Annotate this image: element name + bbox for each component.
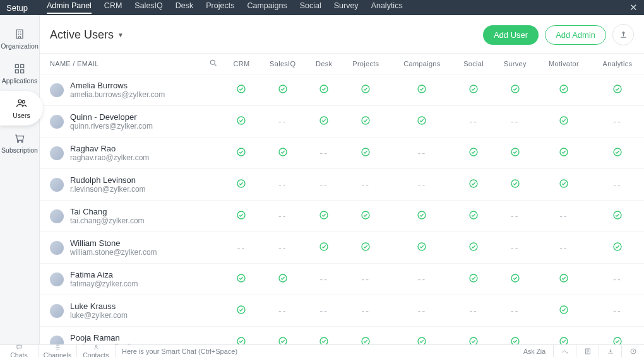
perm-cell[interactable]: --: [307, 138, 342, 169]
add-admin-button[interactable]: Add Admin: [545, 25, 606, 45]
perm-cell[interactable]: --: [537, 232, 591, 264]
perm-cell[interactable]: [342, 232, 390, 264]
perm-cell[interactable]: [390, 232, 454, 264]
bb-icon-3[interactable]: [599, 345, 621, 358]
perm-cell[interactable]: [454, 74, 494, 106]
perm-cell[interactable]: --: [591, 106, 644, 138]
perm-cell[interactable]: --: [591, 295, 644, 327]
table-row[interactable]: Raghav Raoraghav.rao@zylker.com----: [40, 138, 644, 169]
chats-tab[interactable]: Chats: [0, 344, 38, 358]
perm-cell[interactable]: [454, 264, 494, 295]
perm-cell[interactable]: [493, 169, 537, 201]
top-nav-item[interactable]: Social: [300, 1, 321, 14]
top-nav-item[interactable]: CRM: [104, 1, 122, 14]
perm-cell[interactable]: [224, 327, 258, 345]
perm-cell[interactable]: --: [493, 201, 537, 232]
perm-cell[interactable]: [591, 74, 644, 106]
perm-cell[interactable]: [307, 232, 342, 264]
perm-cell[interactable]: [537, 295, 591, 327]
perm-cell[interactable]: --: [259, 232, 307, 264]
perm-cell[interactable]: --: [224, 232, 258, 264]
perm-cell[interactable]: [307, 327, 342, 345]
table-row[interactable]: William Stonewilliam.stone@zylker.com---…: [40, 232, 644, 264]
perm-cell[interactable]: [537, 138, 591, 169]
perm-cell[interactable]: [493, 138, 537, 169]
perm-cell[interactable]: [591, 232, 644, 264]
perm-cell[interactable]: [224, 138, 258, 169]
perm-cell[interactable]: [342, 201, 390, 232]
perm-cell[interactable]: [390, 106, 454, 138]
table-row[interactable]: Pooja Ramanpooja.raman@zylker.com: [40, 327, 644, 345]
export-button[interactable]: [612, 24, 634, 45]
perm-cell[interactable]: --: [454, 295, 494, 327]
table-row[interactable]: Amelia Burrowsamelia.burrows@zylker.com: [40, 74, 644, 106]
perm-cell[interactable]: [307, 74, 342, 106]
top-nav-item[interactable]: Projects: [206, 1, 234, 14]
perm-cell[interactable]: --: [390, 138, 454, 169]
perm-cell[interactable]: [537, 327, 591, 345]
perm-cell[interactable]: [454, 201, 494, 232]
perm-cell[interactable]: [591, 201, 644, 232]
bb-icon-1[interactable]: [553, 345, 576, 358]
table-row[interactable]: Tai Changtai.chang@zylker.com------: [40, 201, 644, 232]
top-nav-item[interactable]: Admin Panel: [47, 1, 92, 14]
perm-cell[interactable]: --: [537, 201, 591, 232]
perm-cell[interactable]: --: [342, 295, 390, 327]
perm-cell[interactable]: [342, 106, 390, 138]
perm-cell[interactable]: [390, 201, 454, 232]
perm-cell[interactable]: [454, 232, 494, 264]
perm-cell[interactable]: --: [493, 295, 537, 327]
perm-cell[interactable]: --: [390, 264, 454, 295]
search-icon[interactable]: [209, 59, 218, 67]
top-nav-item[interactable]: Campaigns: [247, 1, 287, 14]
perm-cell[interactable]: --: [342, 264, 390, 295]
perm-cell[interactable]: --: [307, 169, 342, 201]
perm-cell[interactable]: [493, 74, 537, 106]
sidebar-item-organization[interactable]: Organization: [0, 21, 39, 56]
perm-cell[interactable]: [224, 106, 258, 138]
perm-cell[interactable]: [454, 327, 494, 345]
ask-zia-button[interactable]: Ask Zia: [516, 348, 553, 355]
perm-cell[interactable]: [224, 169, 258, 201]
perm-cell[interactable]: --: [390, 169, 454, 201]
perm-cell[interactable]: --: [259, 106, 307, 138]
top-nav-item[interactable]: Analytics: [371, 1, 403, 14]
contacts-tab[interactable]: Contacts: [77, 344, 115, 358]
perm-cell[interactable]: [224, 295, 258, 327]
perm-cell[interactable]: --: [493, 232, 537, 264]
top-nav-item[interactable]: SalesIQ: [134, 1, 162, 14]
page-title-dropdown[interactable]: Active Users ▼: [50, 28, 124, 42]
perm-cell[interactable]: --: [259, 201, 307, 232]
sidebar-item-subscription[interactable]: Subscription: [0, 126, 39, 160]
perm-cell[interactable]: [342, 138, 390, 169]
table-row[interactable]: Quinn - Developerquinn.rivers@zylker.com…: [40, 106, 644, 138]
perm-cell[interactable]: [591, 138, 644, 169]
perm-cell[interactable]: [493, 327, 537, 345]
sidebar-item-users[interactable]: Users: [0, 91, 43, 126]
perm-cell[interactable]: [342, 327, 390, 345]
perm-cell[interactable]: [224, 74, 258, 106]
perm-cell[interactable]: --: [454, 106, 494, 138]
perm-cell[interactable]: --: [342, 169, 390, 201]
channels-tab[interactable]: Channels: [39, 344, 76, 358]
perm-cell[interactable]: --: [390, 295, 454, 327]
perm-cell[interactable]: [454, 169, 494, 201]
perm-cell[interactable]: --: [259, 169, 307, 201]
bb-icon-4[interactable]: [621, 345, 644, 358]
table-row[interactable]: Fatima Aizafatimay@zylker.com--------: [40, 264, 644, 295]
top-nav-item[interactable]: Desk: [176, 1, 193, 14]
perm-cell[interactable]: [493, 264, 537, 295]
perm-cell[interactable]: --: [591, 169, 644, 201]
perm-cell[interactable]: [259, 327, 307, 345]
perm-cell[interactable]: [390, 74, 454, 106]
table-row[interactable]: Luke Kraussluke@zylker.com--------------: [40, 295, 644, 327]
perm-cell[interactable]: [537, 74, 591, 106]
bb-icon-2[interactable]: [576, 345, 599, 358]
perm-cell[interactable]: --: [493, 106, 537, 138]
perm-cell[interactable]: [259, 138, 307, 169]
perm-cell[interactable]: --: [259, 295, 307, 327]
perm-cell[interactable]: [307, 106, 342, 138]
table-row[interactable]: Rudolph Levinsonr.levinson@zylker.com---…: [40, 169, 644, 201]
perm-cell[interactable]: [342, 74, 390, 106]
perm-cell[interactable]: [454, 138, 494, 169]
